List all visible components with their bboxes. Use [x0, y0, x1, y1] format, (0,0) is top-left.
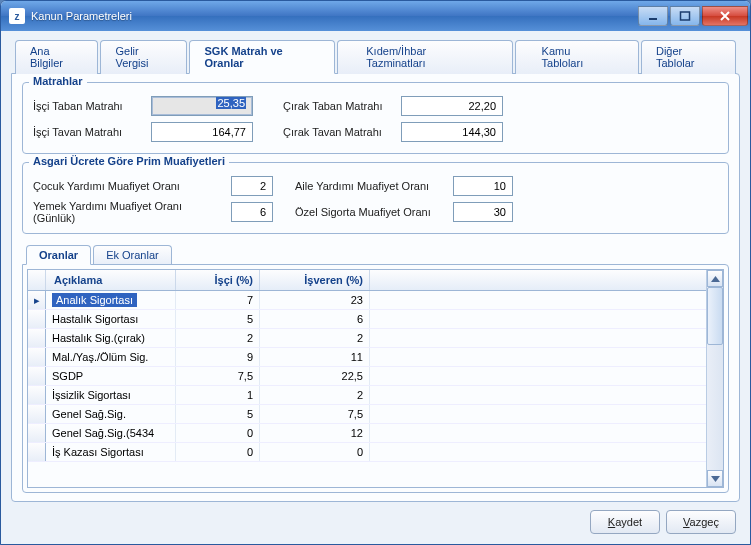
cell-aciklama: İş Kazası Sigortası — [46, 443, 176, 461]
titlebar[interactable]: z Kanun Parametreleri — [1, 1, 750, 31]
cell-aciklama: Mal./Yaş./Ölüm Sig. — [46, 348, 176, 366]
yemek-input[interactable] — [231, 202, 273, 222]
matrahlar-legend: Matrahlar — [29, 75, 87, 87]
tab-ana-bilgiler[interactable]: Ana Bilgiler — [15, 40, 98, 74]
tab-diger-tablolar[interactable]: Diğer Tablolar — [641, 40, 736, 74]
isci-taban-label: İşçi Taban Matrahı — [33, 100, 143, 112]
subtab-oranlar[interactable]: Oranlar — [26, 245, 91, 265]
window-title: Kanun Parametreleri — [31, 10, 638, 22]
table-row[interactable]: İşsizlik Sigortası12 — [28, 386, 706, 405]
row-indicator — [28, 443, 46, 461]
ozel-label: Özel Sigorta Muafiyet Oranı — [295, 206, 445, 218]
cell-isci: 5 — [176, 310, 260, 328]
cancel-button[interactable]: Vazgeç — [666, 510, 736, 534]
muafiyet-legend: Asgari Ücrete Göre Prim Muafiyetleri — [29, 155, 229, 167]
row-indicator — [28, 367, 46, 385]
cirak-taban-input[interactable] — [401, 96, 503, 116]
grid-body[interactable]: Analık Sigortası723Hastalık Sigortası56H… — [28, 291, 706, 487]
cirak-tavan-input[interactable] — [401, 122, 503, 142]
svg-rect-1 — [681, 12, 690, 20]
table-row[interactable]: Genel Sağ.Sig.(5434012 — [28, 424, 706, 443]
table-row[interactable]: SGDP7,522,5 — [28, 367, 706, 386]
cell-aciklama: Hastalık Sig.(çırak) — [46, 329, 176, 347]
row-indicator — [28, 386, 46, 404]
tab-panel: Matrahlar İşçi Taban Matrahı 25,35 Çırak… — [11, 73, 740, 502]
maximize-button[interactable] — [670, 6, 700, 26]
matrahlar-group: Matrahlar İşçi Taban Matrahı 25,35 Çırak… — [22, 82, 729, 154]
close-button[interactable] — [702, 6, 748, 26]
scroll-thumb[interactable] — [707, 287, 723, 345]
sub-tabbar: Oranlar Ek Oranlar — [22, 244, 729, 264]
grid-header: Açıklama İşçi (%) İşveren (%) — [28, 270, 706, 291]
col-isci[interactable]: İşçi (%) — [176, 270, 260, 290]
cell-isveren: 11 — [260, 348, 370, 366]
cell-isci: 9 — [176, 348, 260, 366]
row-indicator — [28, 405, 46, 423]
cell-aciklama: Genel Sağ.Sig.(5434 — [46, 424, 176, 442]
app-icon: z — [9, 8, 25, 24]
button-bar: Kaydet Vazgeç — [11, 502, 740, 536]
isci-tavan-input[interactable] — [151, 122, 253, 142]
aile-input[interactable] — [453, 176, 513, 196]
cell-isci: 1 — [176, 386, 260, 404]
cell-aciklama: İşsizlik Sigortası — [46, 386, 176, 404]
table-row[interactable]: Hastalık Sigortası56 — [28, 310, 706, 329]
cirak-tavan-label: Çırak Tavan Matrahı — [283, 126, 393, 138]
cell-isci: 5 — [176, 405, 260, 423]
cell-isci: 7 — [176, 291, 260, 309]
table-row[interactable]: Analık Sigortası723 — [28, 291, 706, 310]
vertical-scrollbar[interactable] — [706, 270, 723, 487]
scroll-up-button[interactable] — [707, 270, 723, 287]
table-row[interactable]: Genel Sağ.Sig.57,5 — [28, 405, 706, 424]
cocuk-label: Çocuk Yardımı Muafiyet Oranı — [33, 180, 223, 192]
save-button[interactable]: Kaydet — [590, 510, 660, 534]
cell-aciklama: Genel Sağ.Sig. — [46, 405, 176, 423]
cell-isveren: 6 — [260, 310, 370, 328]
cell-isveren: 23 — [260, 291, 370, 309]
tab-sgk-matrah[interactable]: SGK Matrah ve Oranlar — [189, 40, 335, 74]
col-isveren[interactable]: İşveren (%) — [260, 270, 370, 290]
grid-panel: Açıklama İşçi (%) İşveren (%) Analık Sig… — [22, 264, 729, 493]
col-aciklama[interactable]: Açıklama — [46, 270, 176, 290]
cell-isveren: 2 — [260, 329, 370, 347]
row-indicator — [28, 329, 46, 347]
cell-isci: 0 — [176, 424, 260, 442]
cell-aciklama: Analık Sigortası — [46, 291, 176, 309]
row-indicator — [28, 348, 46, 366]
yemek-label: Yemek Yardımı Muafiyet Oranı (Günlük) — [33, 200, 223, 224]
cell-isci: 0 — [176, 443, 260, 461]
tab-kamu-tablolari[interactable]: Kamu Tabloları — [515, 40, 639, 74]
col-empty — [370, 270, 706, 290]
cirak-taban-label: Çırak Taban Matrahı — [283, 100, 393, 112]
cell-isci: 7,5 — [176, 367, 260, 385]
row-indicator — [28, 291, 46, 309]
cocuk-input[interactable] — [231, 176, 273, 196]
window-buttons — [638, 6, 748, 26]
cell-isveren: 0 — [260, 443, 370, 461]
row-indicator — [28, 424, 46, 442]
minimize-button[interactable] — [638, 6, 668, 26]
subtab-ek-oranlar[interactable]: Ek Oranlar — [93, 245, 172, 265]
isci-tavan-label: İşçi Tavan Matrahı — [33, 126, 143, 138]
cell-aciklama: Hastalık Sigortası — [46, 310, 176, 328]
main-tabbar: Ana Bilgiler Gelir Vergisi SGK Matrah ve… — [11, 39, 740, 73]
table-row[interactable]: Mal./Yaş./Ölüm Sig.911 — [28, 348, 706, 367]
aile-label: Aile Yardımı Muafiyet Oranı — [295, 180, 445, 192]
cell-isveren: 22,5 — [260, 367, 370, 385]
ozel-input[interactable] — [453, 202, 513, 222]
scroll-down-button[interactable] — [707, 470, 723, 487]
tab-gelir-vergisi[interactable]: Gelir Vergisi — [100, 40, 187, 74]
scroll-track[interactable] — [707, 345, 723, 470]
isci-taban-input[interactable]: 25,35 — [151, 96, 253, 116]
grid: Açıklama İşçi (%) İşveren (%) Analık Sig… — [27, 269, 724, 488]
cell-isveren: 2 — [260, 386, 370, 404]
svg-rect-0 — [649, 18, 657, 20]
cell-isci: 2 — [176, 329, 260, 347]
cell-aciklama: SGDP — [46, 367, 176, 385]
muafiyet-group: Asgari Ücrete Göre Prim Muafiyetleri Çoc… — [22, 162, 729, 234]
table-row[interactable]: Hastalık Sig.(çırak)22 — [28, 329, 706, 348]
app-window: z Kanun Parametreleri Ana Bilgiler Gelir… — [0, 0, 751, 545]
row-indicator-header[interactable] — [28, 270, 46, 290]
tab-kidem-ihbar[interactable]: Kıdem/İhbar Tazminatları — [337, 40, 512, 74]
table-row[interactable]: İş Kazası Sigortası00 — [28, 443, 706, 462]
